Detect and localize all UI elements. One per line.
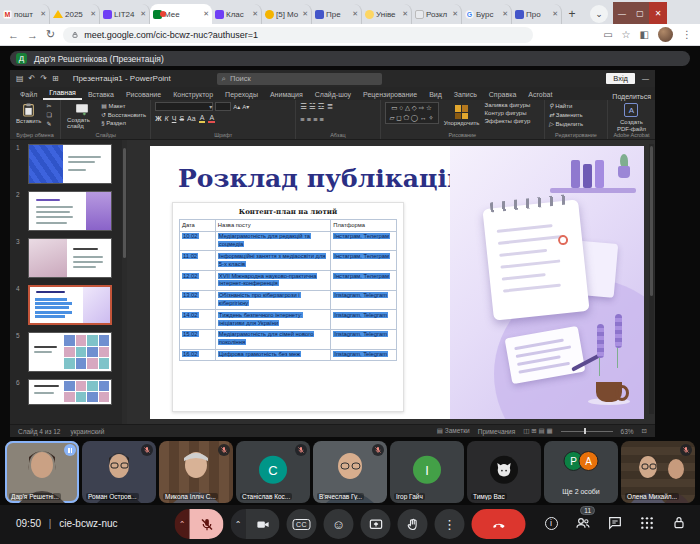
highlight-color-button[interactable]: А <box>199 114 206 123</box>
tab-close-icon[interactable]: ✕ <box>252 10 258 18</box>
participant-tile[interactable]: І Ігор Гайч <box>390 441 464 503</box>
ribbon-tab-draw[interactable]: Рисование <box>120 90 167 100</box>
minimize-button[interactable]: — <box>613 2 631 24</box>
ppt-minimize-icon[interactable]: — <box>642 75 649 82</box>
reload-icon[interactable]: ↻ <box>46 28 55 41</box>
camera-button[interactable] <box>246 509 280 539</box>
language-indicator[interactable]: украинский <box>70 428 104 435</box>
ribbon-tab-view[interactable]: Вид <box>423 90 448 100</box>
italic-button[interactable]: К <box>165 115 169 122</box>
shape-outline-button[interactable]: Контур фигуры <box>485 110 531 116</box>
back-icon[interactable]: ← <box>8 29 19 41</box>
tab-klas[interactable]: Клас✕ <box>212 4 262 24</box>
participant-tile[interactable]: Роман Остров... <box>82 441 156 503</box>
mic-muted-button[interactable] <box>190 509 224 539</box>
new-slide-button[interactable]: Создать слайд <box>65 102 98 130</box>
tab-search-chevron[interactable]: ⌄ <box>590 5 608 23</box>
canvas-scrollbar[interactable] <box>649 144 654 414</box>
camera-options-caret[interactable]: ⌃ <box>231 509 246 539</box>
underline-button[interactable]: Ч <box>172 115 177 122</box>
raise-hand-button[interactable] <box>398 509 428 539</box>
ribbon-tab-slideshow[interactable]: Слайд-шоу <box>309 90 357 100</box>
align-buttons-row[interactable]: ≡ ≡ ≡ ≡ <box>300 115 333 124</box>
tab-gmail[interactable]: Mпошт✕ <box>0 4 50 24</box>
shape-fill-button[interactable]: Заливка фигуры <box>485 102 531 108</box>
font-color-button[interactable]: А <box>208 114 215 123</box>
thumbnail-row[interactable]: 6 <box>16 379 125 405</box>
tab-rozkl[interactable]: Розкл✕ <box>412 4 462 24</box>
arrange-button[interactable]: Упорядочить <box>442 102 482 127</box>
ribbon-tab-animations[interactable]: Анимация <box>264 90 309 100</box>
tab-close-icon[interactable]: ✕ <box>352 10 358 18</box>
present-button[interactable] <box>361 509 391 539</box>
replace-button[interactable]: ⇄ Заменить <box>549 111 583 118</box>
tab-close-icon[interactable]: ✕ <box>402 10 408 18</box>
ribbon-tab-transitions[interactable]: Переходы <box>219 90 264 100</box>
format-painter-icon[interactable]: ✎ <box>46 120 51 127</box>
fit-to-window-icon[interactable]: ⊡ <box>642 427 647 435</box>
bookmark-star-icon[interactable]: ☆ <box>622 29 631 40</box>
tab-close-icon[interactable]: ✕ <box>452 10 458 18</box>
redo-icon[interactable]: ↷ <box>40 74 47 83</box>
tab-univ[interactable]: Уніве✕ <box>362 4 412 24</box>
profile-avatar[interactable] <box>658 27 673 42</box>
ribbon-tab-design[interactable]: Конструктор <box>167 90 219 100</box>
ribbon-tab-record[interactable]: Запись <box>448 90 483 100</box>
reset-button[interactable]: ↺ Восстановить <box>101 111 146 118</box>
ribbon-tab-review[interactable]: Рецензирование <box>357 90 423 100</box>
slide-5-thumbnail[interactable] <box>28 332 112 372</box>
paste-button[interactable]: Вставить <box>14 102 43 125</box>
address-bar[interactable]: meet.google.com/cic-bcwz-nuc?authuser=1 <box>63 27 533 43</box>
participant-tile[interactable]: Тимур Вас <box>467 441 541 503</box>
ppt-share-button[interactable]: Поделиться <box>612 93 651 100</box>
tab-mail5[interactable]: [5] Мо✕ <box>262 4 312 24</box>
strikethrough-button[interactable]: S <box>179 115 184 122</box>
signin-button[interactable]: Вхід <box>606 73 635 84</box>
thumbnail-row[interactable]: 3 <box>16 238 125 278</box>
ppt-search-box[interactable]: ⌕ Поиск <box>217 73 382 85</box>
side-panel-icon[interactable]: ◧ <box>640 29 649 40</box>
grow-font-icon[interactable]: А▴ <box>233 103 240 110</box>
layout-button[interactable]: ▤ Макет <box>101 102 146 109</box>
slide-6-thumbnail[interactable] <box>28 379 112 405</box>
shapes-gallery[interactable]: ▭ ○ △ ◇ ⇨ ☆ ▱ ◻ ⬠ ◯ ↔ ✧ <box>385 102 439 124</box>
bold-button[interactable]: Ж <box>155 115 161 122</box>
thumbnail-row[interactable]: 1 <box>16 144 125 184</box>
meeting-details-button[interactable]: i <box>542 514 560 532</box>
participant-tile[interactable]: Микола Ілліч С... <box>159 441 233 503</box>
tab-close-icon[interactable]: ✕ <box>90 10 96 18</box>
start-presentation-icon[interactable]: ⊞ <box>52 74 59 83</box>
participant-tile[interactable]: Дар'я Решетні... <box>5 441 79 503</box>
shape-effects-button[interactable]: Эффекты фигур <box>485 118 531 124</box>
tab-close-icon[interactable]: ✕ <box>552 10 558 18</box>
zoom-slider[interactable] <box>561 431 613 432</box>
tab-google[interactable]: GБурс✕ <box>462 4 512 24</box>
host-controls-button[interactable] <box>670 514 688 532</box>
tab-close-icon[interactable]: ✕ <box>502 10 508 18</box>
browser-menu-icon[interactable]: ⋮ <box>682 29 692 40</box>
ribbon-tab-acrobat[interactable]: Acrobat <box>522 90 558 100</box>
new-tab-button[interactable]: + <box>562 4 582 24</box>
thumbnail-row[interactable]: 5 <box>16 332 125 372</box>
ribbon-tab-insert[interactable]: Вставка <box>82 90 120 100</box>
participant-tile-more-people[interactable]: Р А Ще 2 особи <box>544 441 618 503</box>
mic-options-caret[interactable]: ⌃ <box>175 509 190 539</box>
participant-tile[interactable]: В'ячеслав Гу... <box>313 441 387 503</box>
presenter-banner[interactable]: Д Дар'я Решетнікова (Презентація) <box>10 51 690 66</box>
find-button[interactable]: ⚲ Найти <box>549 102 583 109</box>
maximize-button[interactable]: ▢ <box>631 2 649 24</box>
tab-close-icon[interactable]: ✕ <box>203 10 209 18</box>
close-button[interactable]: ✕ <box>649 2 667 24</box>
captions-button[interactable]: CC <box>287 509 317 539</box>
participant-tile[interactable]: Олена Михайл... <box>621 441 695 503</box>
thumbnail-row[interactable]: 2 <box>16 191 125 231</box>
copy-icon[interactable]: ❏ <box>46 111 51 118</box>
list-buttons-row[interactable]: ☰ ☱ ☲ ≣ <box>300 102 333 111</box>
undo-icon[interactable]: ↶ <box>29 74 36 83</box>
comments-button[interactable]: Примечания <box>478 428 516 435</box>
ribbon-tab-home[interactable]: Главная <box>43 88 82 100</box>
more-options-button[interactable]: ⋮ <box>435 509 465 539</box>
tab-lit24[interactable]: LIT24✕ <box>100 4 150 24</box>
shrink-font-icon[interactable]: А▾ <box>242 103 249 110</box>
tab-pro[interactable]: Про✕ <box>512 4 562 24</box>
